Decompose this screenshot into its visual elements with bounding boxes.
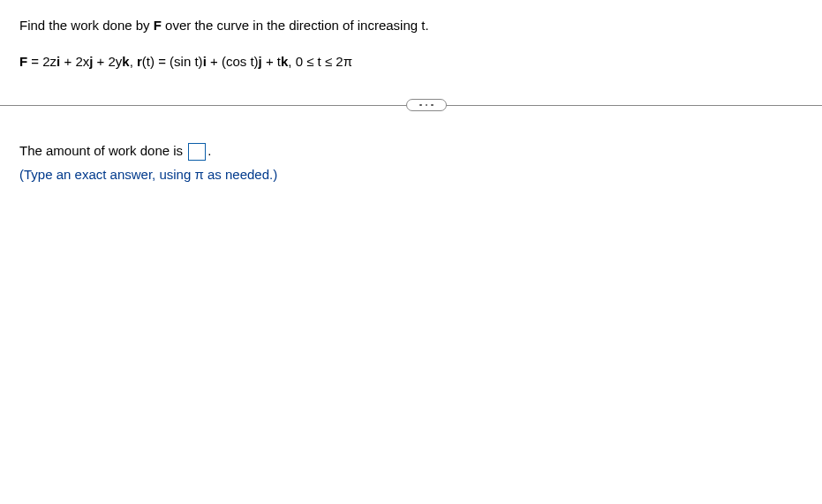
- answer-line: The amount of work done is .: [19, 139, 803, 164]
- f-label: F: [19, 54, 27, 69]
- f-comma: ,: [130, 54, 137, 69]
- r-range: , 0 ≤ t ≤ 2π: [288, 54, 352, 69]
- f-plus2: + 2y: [93, 54, 122, 69]
- question-instruction: Find the work done by F over the curve i…: [19, 16, 803, 36]
- answer-suffix: .: [207, 143, 211, 158]
- answer-input[interactable]: [188, 143, 206, 161]
- r-plus2: + t: [262, 54, 281, 69]
- f-eq: = 2z: [27, 54, 57, 69]
- instruction-f: F: [154, 18, 162, 33]
- section-divider: [19, 96, 803, 114]
- more-options-button[interactable]: [406, 99, 447, 111]
- f-plus1: + 2x: [60, 54, 89, 69]
- f-k: k: [122, 54, 129, 69]
- instruction-post: over the curve in the direction of incre…: [162, 18, 429, 33]
- answer-hint: (Type an exact answer, using π as needed…: [19, 164, 803, 185]
- formula-line: F = 2zi + 2xj + 2yk, r(t) = (sin t)i + (…: [19, 52, 803, 72]
- r-arg: (t) = (sin t): [142, 54, 203, 69]
- instruction-pre: Find the work done by: [19, 18, 154, 33]
- dot-icon: [431, 104, 434, 107]
- dot-icon: [426, 104, 428, 107]
- r-plus1: + (cos t): [207, 54, 259, 69]
- answer-prefix: The amount of work done is: [19, 143, 186, 158]
- dot-icon: [419, 104, 422, 107]
